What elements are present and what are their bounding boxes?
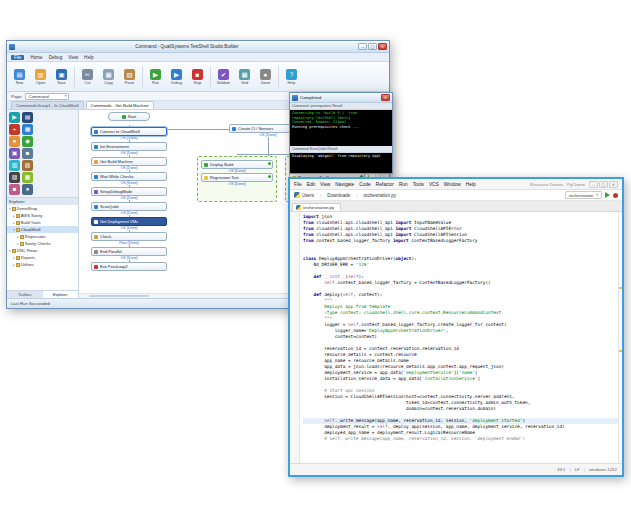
- pycharm-menu-refactor[interactable]: Refactor: [376, 182, 394, 187]
- tab-toolbox[interactable]: Toolbox: [7, 291, 43, 298]
- pycharm-menu-run[interactable]: Run: [399, 182, 408, 187]
- tree-item[interactable]: ▸Utilities: [7, 261, 78, 268]
- flow-node[interactable]: Display Build: [201, 160, 273, 169]
- run-config-select[interactable]: orchestration▾: [565, 191, 602, 199]
- pointer-tool-icon[interactable]: ▶: [9, 112, 20, 123]
- warning-tick-icon[interactable]: [619, 350, 622, 352]
- flow-node[interactable]: Wait While Checks: [91, 172, 167, 181]
- ribbon-button-debug[interactable]: ▶Debug: [166, 63, 187, 90]
- page-select[interactable]: Command▾: [25, 93, 69, 100]
- flow-node[interactable]: Exit PassLoop2: [91, 262, 167, 271]
- editor-gutter[interactable]: [290, 212, 300, 463]
- flow-node[interactable]: End Parallel: [91, 247, 167, 256]
- ribbon-button-save[interactable]: ▣Save: [51, 63, 72, 90]
- flow-node[interactable]: ScanQubit: [91, 202, 167, 211]
- menu-item-debug[interactable]: Debug: [49, 55, 63, 60]
- minimize-icon[interactable]: –: [358, 43, 367, 50]
- decision-tool-icon[interactable]: ◆: [22, 136, 33, 147]
- pycharm-menu-help[interactable]: Help: [466, 182, 476, 187]
- tree-item[interactable]: ▸AWS Sanity: [7, 212, 78, 219]
- connector-label[interactable]: OK [Done]: [229, 182, 246, 186]
- ribbon-button-copy[interactable]: ▦Copy: [98, 63, 119, 90]
- flow-node[interactable]: Get Deployment VMs: [91, 217, 167, 226]
- ribbon-button-paste[interactable]: ▧Paste: [119, 63, 140, 90]
- pycharm-menu-edit[interactable]: Edit: [307, 182, 315, 187]
- flow-group-1[interactable]: Display BuildOK [Done]Regression TestOK …: [197, 156, 277, 202]
- menu-item-file[interactable]: File: [11, 55, 24, 60]
- editor-tab[interactable]: orchestration.py: [292, 203, 341, 211]
- run-icon[interactable]: [605, 192, 610, 198]
- ribbon-button-run[interactable]: ▶Run: [145, 63, 166, 90]
- flow-node[interactable]: Regression Test: [201, 173, 273, 182]
- terminal-2[interactable]: Displaying 'abigail' from repository App…: [290, 153, 392, 173]
- maximize-icon[interactable]: ▢: [599, 181, 608, 188]
- tree-item[interactable]: ▸Sanity Checks: [7, 240, 78, 247]
- breadcrumb-segment[interactable]: orchestration.py: [363, 193, 396, 198]
- pycharm-menu-vcs[interactable]: VCS: [429, 182, 439, 187]
- grid-tool-icon[interactable]: ▦: [22, 124, 33, 135]
- ribbon-button-grid[interactable]: ▦Grid: [234, 63, 255, 90]
- resource-tool-icon[interactable]: ●: [9, 136, 20, 147]
- loop-tool-icon[interactable]: ▣: [9, 148, 20, 159]
- tab-explorer[interactable]: Explorer: [43, 291, 79, 298]
- pycharm-menu-navigate[interactable]: Navigate: [335, 182, 354, 187]
- scrollbar-thumb[interactable]: [89, 295, 149, 297]
- debug-icon[interactable]: [613, 193, 618, 198]
- pycharm-menu-code[interactable]: Code: [359, 182, 370, 187]
- menu-item-help[interactable]: Help: [84, 55, 93, 60]
- breadcrumb-segment[interactable]: Users: [302, 193, 314, 198]
- pycharm-menu-view[interactable]: View: [320, 182, 330, 187]
- ribbon-button-zoom[interactable]: ●Zoom: [255, 63, 276, 90]
- variable-tool-icon[interactable]: ▨: [9, 172, 20, 183]
- menu-item-home[interactable]: Home: [30, 55, 42, 60]
- status-item[interactable]: windows-1252: [589, 467, 617, 472]
- action-tool-icon[interactable]: +: [9, 124, 20, 135]
- parallel-tool-icon[interactable]: ■: [22, 148, 33, 159]
- report-tool-icon[interactable]: ▩: [22, 172, 33, 183]
- tree-item[interactable]: ▾DemoShop: [7, 205, 78, 212]
- flow-node[interactable]: SetupDebugMode: [91, 187, 167, 196]
- ribbon-button-cut[interactable]: ✂Cut: [77, 63, 98, 90]
- document-tab[interactable]: CommandsGroup1 - In CloudShell: [11, 101, 84, 109]
- settings-tool-icon[interactable]: ●: [22, 184, 33, 195]
- ribbon-button-help[interactable]: ?Help: [281, 63, 302, 90]
- connector-label[interactable]: OK [Done]: [260, 133, 277, 137]
- console-titlebar[interactable]: Completed ✕: [290, 93, 392, 103]
- document-tab[interactable]: Commands - Get Build Machine: [86, 101, 154, 109]
- close-icon[interactable]: ✕: [609, 181, 618, 188]
- terminal-1[interactable]: Connecting to 'build 9.1' fromrepository…: [290, 110, 392, 146]
- pycharm-menu-file[interactable]: File: [294, 182, 302, 187]
- flow-node[interactable]: Get Build Machine: [91, 157, 167, 166]
- ribbon-button-new[interactable]: ▤New: [9, 63, 30, 90]
- flow-node[interactable]: Check: [91, 232, 167, 241]
- abort-tool-icon[interactable]: ■: [9, 184, 20, 195]
- tree-item[interactable]: ▾CloudShell: [7, 226, 78, 233]
- tree-item[interactable]: ▸Build Tools: [7, 219, 78, 226]
- code-line-38[interactable]: # self._write_message(app_name, reservat…: [303, 436, 618, 442]
- warning-tick-icon[interactable]: [619, 287, 622, 289]
- pycharm-menu-window[interactable]: Window: [444, 182, 461, 187]
- studio-titlebar[interactable]: Command - QualiSystems TestShell Studio …: [7, 41, 389, 53]
- close-icon[interactable]: ✕: [381, 94, 390, 101]
- library-tool-icon[interactable]: ▧: [22, 160, 33, 171]
- tree-item[interactable]: ▾DNC Flows: [7, 247, 78, 254]
- maximize-icon[interactable]: ▢: [368, 43, 377, 50]
- code-area[interactable]: import jsonfrom cloudshell.api.cloudshel…: [300, 212, 618, 463]
- flow-node[interactable]: Connect to CloudShell: [91, 127, 167, 136]
- status-item[interactable]: LF: [575, 467, 580, 472]
- ribbon-button-open[interactable]: ▥Open: [30, 63, 51, 90]
- tree-item[interactable]: ▸Regression: [7, 233, 78, 240]
- pycharm-menu-tools[interactable]: Tools: [413, 182, 424, 187]
- minimize-icon[interactable]: –: [589, 181, 598, 188]
- ribbon-button-validate[interactable]: ✔Validate: [213, 63, 234, 90]
- close-icon[interactable]: ✕: [378, 43, 387, 50]
- flow-node[interactable]: Start: [108, 112, 150, 121]
- ribbon-button-stop[interactable]: ■Stop: [187, 63, 208, 90]
- flow-tool-icon[interactable]: ▤: [22, 112, 33, 123]
- breadcrumb-segment[interactable]: Downloads: [327, 193, 350, 198]
- flow-node[interactable]: Init Environment: [91, 142, 167, 151]
- error-stripe[interactable]: [618, 212, 622, 463]
- status-item[interactable]: 33:1: [557, 467, 566, 472]
- tree-item[interactable]: ▸Reports: [7, 254, 78, 261]
- command-tool-icon[interactable]: ▥: [9, 160, 20, 171]
